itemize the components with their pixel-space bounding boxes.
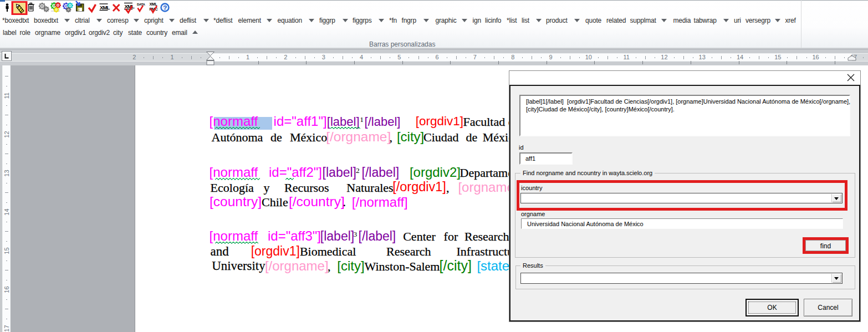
- svg-text:XML: XML: [125, 3, 135, 9]
- svg-text:?: ?: [163, 4, 167, 11]
- svg-text:XML: XML: [100, 4, 110, 11]
- svg-text:DATA: DATA: [137, 3, 146, 6]
- svg-text:XML: XML: [150, 2, 158, 6]
